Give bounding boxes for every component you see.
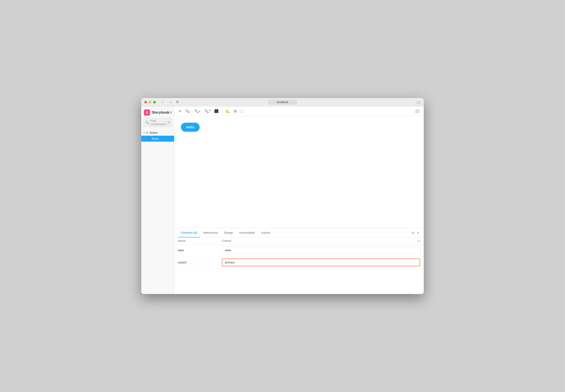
- sidebar-header: S Storybook ⚙: [141, 106, 174, 118]
- tab-controls[interactable]: Controls (2): [178, 228, 200, 238]
- controls-table: Name Control ↩ label variant: [174, 238, 424, 294]
- logo: S Storybook: [144, 110, 169, 116]
- tab-accessibility-label: Accessibility: [239, 231, 255, 234]
- nav-controls: ← → ↻: [160, 99, 180, 105]
- zoom-in-button[interactable]: 🔍+: [193, 108, 202, 114]
- panel-tabs: Controls (2) Interactions Design Accessi…: [174, 228, 424, 238]
- app-body: S Storybook ⚙ 🔍 Find components / ▾ ⊞ Bu…: [141, 106, 424, 294]
- settings-button[interactable]: ⚙: [169, 111, 172, 115]
- row-label-name: label: [178, 249, 222, 252]
- tab-actions[interactable]: Actions: [258, 228, 274, 238]
- panel-close-button[interactable]: ✕: [416, 230, 420, 235]
- row-variant-control: [222, 259, 420, 266]
- reset-all-button[interactable]: ↩: [417, 239, 420, 243]
- col-control-header: Control: [222, 239, 420, 242]
- row-variant-name: variant: [178, 261, 222, 264]
- search-placeholder: Find components: [150, 119, 166, 126]
- search-icon: 🔍: [145, 121, 149, 124]
- controls-table-header: Name Control ↩: [174, 238, 424, 244]
- sidebar: S Storybook ⚙ 🔍 Find components / ▾ ⊞ Bu…: [141, 106, 174, 294]
- new-window-button[interactable]: ⬜: [414, 108, 421, 114]
- back-button[interactable]: ←: [160, 100, 165, 105]
- viewport-button[interactable]: 📐: [225, 108, 232, 114]
- titlebar: ← → ↻ localhost ⬜: [141, 98, 424, 106]
- reload-button[interactable]: ↻: [177, 108, 183, 114]
- group-label: Button: [150, 131, 158, 134]
- close-button[interactable]: [144, 101, 147, 103]
- panel-tab-actions: ⊟ ✕: [411, 230, 420, 235]
- tab-design-label: Design: [224, 231, 233, 234]
- toolbar-separator-1: [222, 109, 222, 113]
- zoom-reset-button[interactable]: 🔍?: [203, 108, 212, 114]
- app-name: Storybook: [152, 111, 169, 114]
- tab-accessibility[interactable]: Accessibility: [236, 228, 258, 238]
- row-label-control: [222, 247, 420, 254]
- sidebar-item-basic[interactable]: 🔖 Basic: [141, 136, 174, 142]
- story-icon: 🔖: [147, 137, 150, 140]
- main-content: ↻ 🔍- 🔍+ 🔍? ⬛ 📐 ⊞ ⬚ ⬜ Hello Controls (2): [174, 106, 424, 294]
- label-input[interactable]: [222, 247, 420, 254]
- preview-area: Hello: [174, 116, 424, 228]
- app-window: ← → ↻ localhost ⬜ S Storybook ⚙ 🔍 Find c…: [141, 98, 424, 294]
- panel-layout-button[interactable]: ⊟: [411, 230, 415, 235]
- forward-button[interactable]: →: [168, 100, 173, 105]
- component-group-icon: ⊞: [146, 131, 148, 134]
- logo-icon: S: [144, 110, 150, 116]
- refresh-button[interactable]: ↻: [175, 99, 180, 105]
- panel: Controls (2) Interactions Design Accessi…: [174, 228, 424, 294]
- tab-design[interactable]: Design: [221, 228, 236, 238]
- sidebar-tree: ▾ ⊞ Button 🔖 Basic: [141, 130, 174, 294]
- external-link-button[interactable]: ⬜: [416, 100, 421, 104]
- url-bar[interactable]: localhost: [268, 100, 297, 104]
- table-row: variant: [174, 256, 424, 269]
- search-bar[interactable]: 🔍 Find components /: [144, 118, 172, 127]
- table-row: label: [174, 244, 424, 256]
- fit-button[interactable]: ⬛: [213, 108, 220, 114]
- preview-toolbar: ↻ 🔍- 🔍+ 🔍? ⬛ 📐 ⊞ ⬚ ⬜: [174, 106, 424, 116]
- grid-button[interactable]: ⊞: [232, 108, 238, 114]
- arrow-down-icon: ▾: [144, 131, 145, 134]
- outline-button[interactable]: ⬚: [239, 108, 245, 114]
- search-shortcut: /: [167, 121, 170, 124]
- preview-hello-button[interactable]: Hello: [181, 123, 200, 132]
- zoom-out-button[interactable]: 🔍-: [184, 108, 192, 114]
- tree-group-button[interactable]: ▾ ⊞ Button: [141, 130, 174, 136]
- tab-interactions[interactable]: Interactions: [200, 228, 221, 238]
- tab-controls-label: Controls (2): [181, 231, 197, 234]
- tab-interactions-label: Interactions: [203, 231, 218, 234]
- maximize-button[interactable]: [153, 101, 156, 103]
- tree-item-label: Basic: [152, 137, 159, 140]
- variant-input[interactable]: [222, 259, 420, 266]
- col-name-header: Name: [178, 239, 222, 242]
- tab-actions-label: Actions: [261, 231, 270, 234]
- minimize-button[interactable]: [149, 101, 151, 103]
